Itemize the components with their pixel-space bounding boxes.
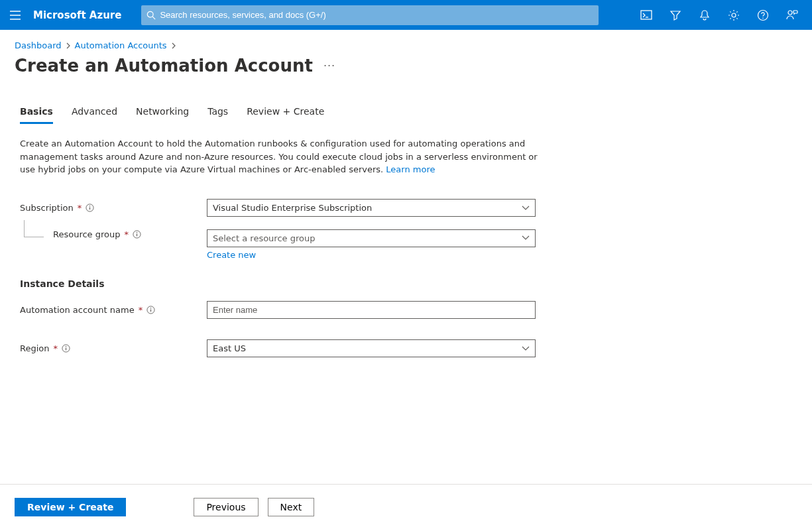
field-resource-group: Resource group * Select a resource group… <box>20 229 792 260</box>
page-title-row: Create an Automation Account ··· <box>0 53 812 80</box>
info-icon[interactable] <box>133 230 141 239</box>
resource-group-label: Resource group * <box>20 229 207 239</box>
info-icon[interactable] <box>62 344 70 353</box>
learn-more-link[interactable]: Learn more <box>386 164 435 174</box>
svg-rect-5 <box>641 11 652 19</box>
svg-point-7 <box>732 13 736 17</box>
breadcrumb-automation-accounts[interactable]: Automation Accounts <box>75 40 167 50</box>
field-region: Region * East US <box>20 339 792 358</box>
subscription-select[interactable]: Visual Studio Enterprise Subscription <box>207 199 536 217</box>
resource-group-select[interactable]: Select a resource group <box>207 229 536 247</box>
svg-line-13 <box>736 18 737 19</box>
section-instance-details: Instance Details <box>20 278 792 289</box>
search-input[interactable] <box>156 10 593 20</box>
tab-bar: Basics Advanced Networking Tags Review +… <box>20 106 792 124</box>
required-asterisk: * <box>139 305 143 315</box>
required-asterisk: * <box>78 203 82 213</box>
global-header: Microsoft Azure <box>0 0 812 30</box>
svg-line-15 <box>736 11 737 12</box>
settings-icon[interactable] <box>719 0 748 30</box>
tab-networking[interactable]: Networking <box>136 106 189 124</box>
svg-line-4 <box>153 17 156 19</box>
help-icon[interactable] <box>748 0 778 30</box>
tab-review-create[interactable]: Review + Create <box>247 106 324 124</box>
brand-logo[interactable]: Microsoft Azure <box>30 9 135 21</box>
field-account-name: Automation account name * <box>20 301 792 320</box>
svg-line-12 <box>730 11 730 12</box>
subscription-label: Subscription * <box>20 203 207 213</box>
cloud-shell-icon[interactable] <box>632 0 661 30</box>
svg-point-16 <box>758 10 768 20</box>
tab-tags[interactable]: Tags <box>207 106 228 124</box>
svg-point-28 <box>150 308 151 308</box>
required-asterisk: * <box>54 343 58 353</box>
svg-line-14 <box>730 18 730 19</box>
account-name-label: Automation account name * <box>20 305 207 315</box>
svg-point-17 <box>762 17 764 19</box>
svg-rect-19 <box>793 11 797 13</box>
svg-point-25 <box>137 231 137 232</box>
filter-icon[interactable] <box>661 0 690 30</box>
intro-text: Create an Automation Account to hold the… <box>20 139 538 174</box>
required-asterisk: * <box>125 229 129 239</box>
svg-point-31 <box>66 346 66 347</box>
tab-basics[interactable]: Basics <box>20 106 53 124</box>
search-icon <box>146 11 156 20</box>
tab-advanced[interactable]: Advanced <box>72 106 117 124</box>
account-name-input[interactable] <box>207 301 536 319</box>
region-value: East US <box>213 343 246 353</box>
page-title: Create an Automation Account <box>15 56 313 76</box>
chevron-down-icon <box>522 235 530 241</box>
menu-icon[interactable] <box>0 0 30 30</box>
previous-button[interactable]: Previous <box>194 498 258 516</box>
subscription-value: Visual Studio Enterprise Subscription <box>213 203 372 213</box>
breadcrumb: Dashboard Automation Accounts <box>0 30 812 53</box>
feedback-icon[interactable] <box>778 0 807 30</box>
svg-point-18 <box>788 11 792 15</box>
more-actions-icon[interactable]: ··· <box>323 60 335 72</box>
global-search[interactable] <box>141 5 599 25</box>
svg-point-3 <box>148 11 154 17</box>
chevron-right-icon <box>62 42 75 49</box>
region-label: Region * <box>20 343 207 353</box>
create-new-resource-group-link[interactable]: Create new <box>207 250 256 260</box>
breadcrumb-dashboard[interactable]: Dashboard <box>15 40 62 50</box>
svg-point-22 <box>89 206 90 206</box>
intro-paragraph: Create an Automation Account to hold the… <box>20 137 544 176</box>
chevron-down-icon <box>522 346 530 351</box>
field-subscription: Subscription * Visual Studio Enterprise … <box>20 199 792 217</box>
chevron-right-icon <box>167 42 180 49</box>
form-content: Basics Advanced Networking Tags Review +… <box>0 80 812 484</box>
review-create-button[interactable]: Review + Create <box>15 498 126 516</box>
wizard-footer: Review + Create Previous Next <box>0 484 812 529</box>
tree-elbow-icon <box>24 220 44 237</box>
info-icon[interactable] <box>146 306 155 314</box>
next-button[interactable]: Next <box>268 498 315 516</box>
info-icon[interactable] <box>86 204 94 212</box>
region-select[interactable]: East US <box>207 339 536 357</box>
chevron-down-icon <box>522 206 530 211</box>
header-actions <box>632 0 812 30</box>
notifications-icon[interactable] <box>690 0 719 30</box>
resource-group-placeholder: Select a resource group <box>213 233 315 243</box>
